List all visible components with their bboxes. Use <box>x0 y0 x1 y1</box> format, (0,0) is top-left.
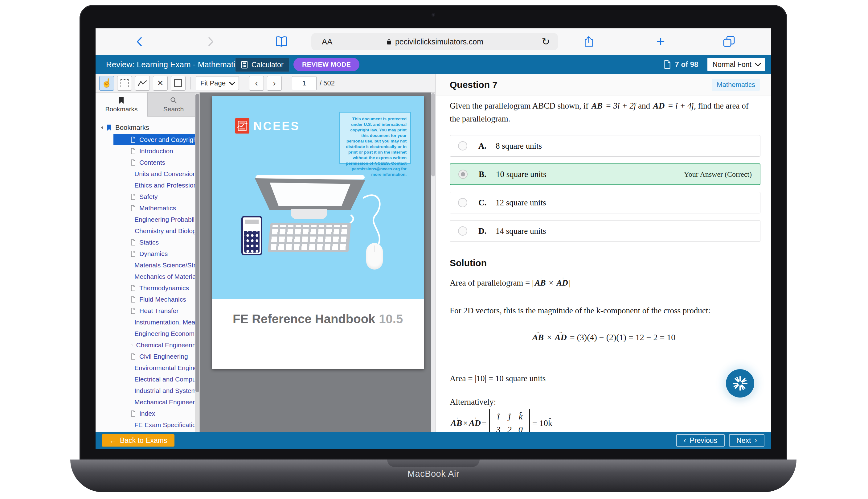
bookmark-item[interactable]: Statics <box>113 236 199 248</box>
bookmark-item[interactable]: Safety <box>113 191 199 202</box>
new-tab-button[interactable]: + <box>653 34 668 49</box>
x-icon: ✕ <box>157 79 164 87</box>
file-icon <box>131 148 136 154</box>
pdf-viewer[interactable]: NCEES This document is protected under U… <box>200 93 435 432</box>
bookmark-item[interactable]: Ethics and Professional Prac <box>113 180 199 191</box>
bookmark-label: Dynamics <box>139 250 168 257</box>
font-size-select[interactable]: Normal Font <box>707 58 765 71</box>
browser-back-button[interactable] <box>132 34 147 49</box>
option-radio[interactable] <box>458 141 467 150</box>
bookmark-item[interactable]: FE Exam Specifications <box>113 419 199 430</box>
url-text: pecivilclicksimulators.com <box>395 37 483 46</box>
zoom-fit-select[interactable]: Fit Page <box>196 76 239 90</box>
determinant-equation: AB × AD = îĵk̂ 320 = 10k̂ <box>450 409 553 432</box>
address-bar[interactable]: AA pecivilclicksimulators.com ↻ <box>311 33 558 50</box>
question-category-link[interactable]: Mathematics <box>712 78 760 91</box>
keyboard-illustration <box>268 223 351 252</box>
file-icon <box>131 194 136 200</box>
file-icon <box>131 285 136 291</box>
polyline-tool-button[interactable] <box>135 76 150 91</box>
bookmark-item[interactable]: Thermodynamics <box>113 282 199 294</box>
answer-options: A. 8 square units B. 10 square units You… <box>450 135 760 248</box>
bookmark-item[interactable]: Contents <box>113 157 199 168</box>
tab-bookmarks-label: Bookmarks <box>105 106 137 113</box>
refresh-icon[interactable]: ↻ <box>542 37 550 47</box>
delete-annotation-button[interactable]: ✕ <box>153 76 168 91</box>
bookmark-item[interactable]: Fluid Mechanics <box>113 294 199 305</box>
option-letter: A. <box>479 141 496 151</box>
rectangle-tool-button[interactable] <box>171 76 186 91</box>
bookmark-label: Environmental Engineering <box>134 364 199 372</box>
bookmark-item[interactable]: Engineering Probability and <box>113 214 199 225</box>
answer-option[interactable]: D. 14 square units <box>450 220 760 242</box>
share-button[interactable] <box>581 34 596 49</box>
browser-forward-button[interactable] <box>203 34 218 49</box>
bookmark-item[interactable]: Industrial and Systems Engi <box>113 385 199 396</box>
bookmark-item[interactable]: Materials Science/Structure <box>113 259 199 271</box>
bookmarks-book-button[interactable] <box>274 34 289 49</box>
scrollbar-thumb[interactable] <box>431 93 435 177</box>
back-to-exams-button[interactable]: ← Back to Exams <box>102 434 174 447</box>
previous-question-button[interactable]: ‹ Previous <box>676 434 725 447</box>
tab-search[interactable]: Search <box>147 93 199 117</box>
bookmark-item[interactable]: Mathematics <box>113 202 199 214</box>
bookmark-label: Engineering Probability and <box>134 216 199 223</box>
hand-tool-button[interactable]: ☝ <box>99 76 114 91</box>
bookmark-list: Cover and Copyright Introduction Content… <box>96 134 199 430</box>
bookmark-item[interactable]: Engineering Economics <box>113 328 199 339</box>
bookmark-item[interactable]: Instrumentation, Measureme <box>113 316 199 328</box>
bookmark-root[interactable]: Bookmarks <box>96 122 199 134</box>
ncees-logo <box>235 118 249 134</box>
option-radio[interactable] <box>458 198 467 207</box>
answer-option[interactable]: A. 8 square units <box>450 135 760 157</box>
bookmark-item[interactable]: Electrical and Computer Eng <box>113 374 199 385</box>
tab-overview-button[interactable] <box>721 34 737 49</box>
pdf-scrollbar[interactable] <box>431 93 435 432</box>
chevron-down-icon <box>755 60 761 66</box>
bookmark-label: Mechanical Engineering <box>134 399 199 406</box>
chevron-right-icon <box>205 35 216 48</box>
next-question-button[interactable]: Next › <box>729 434 765 447</box>
collapse-caret-icon[interactable] <box>99 126 103 129</box>
question-number: Question 7 <box>450 74 497 96</box>
previous-page-button[interactable]: ‹ <box>249 76 264 91</box>
bookmarks-scrollbar[interactable] <box>195 93 199 432</box>
device-label: MacBook Air <box>70 469 796 479</box>
answer-option[interactable]: C. 12 square units <box>450 192 760 214</box>
bookmark-item[interactable]: Units and Conversion Factor <box>113 168 199 180</box>
bookmark-item[interactable]: Civil Engineering <box>113 351 199 362</box>
question-panel: Question 7 Mathematics Given the paralle… <box>435 74 771 432</box>
document-icon <box>664 60 671 69</box>
bookmark-item[interactable]: Environmental Engineering <box>113 362 199 374</box>
bookmark-label: FE Exam Specifications <box>134 421 199 429</box>
next-page-button[interactable]: › <box>267 76 282 91</box>
scrollbar-thumb[interactable] <box>196 94 199 392</box>
vector-ad: AD <box>653 99 665 112</box>
bookmark-item[interactable]: Index <box>113 408 199 419</box>
question-progress: 7 of 98 <box>664 60 698 69</box>
bookmark-item[interactable]: Chemical Engineering <box>113 339 199 351</box>
bookmark-item[interactable]: Mechanical Engineering <box>113 396 199 408</box>
bookmark-item[interactable]: Cover and Copyright <box>113 134 199 145</box>
bookmark-item[interactable]: Chemistry and Biology <box>113 225 199 236</box>
option-radio[interactable] <box>458 170 468 179</box>
bookmark-item[interactable]: Heat Transfer <box>113 305 199 316</box>
calculator-button[interactable]: Calculator <box>235 58 289 72</box>
bookmark-item[interactable]: Dynamics <box>113 248 199 259</box>
text-size-control[interactable]: AA <box>322 37 333 47</box>
hand-pointer-icon: ☝ <box>101 79 112 87</box>
tab-bookmarks[interactable]: Bookmarks <box>96 93 147 117</box>
page-number-input[interactable] <box>292 76 317 90</box>
option-radio[interactable] <box>458 227 467 236</box>
bookmark-item[interactable]: Introduction <box>113 145 199 157</box>
file-icon <box>131 159 136 166</box>
marquee-select-button[interactable] <box>117 76 132 91</box>
answer-option[interactable]: B. 10 square units Your Answer (Correct) <box>450 163 760 185</box>
rectangle-icon <box>174 79 182 87</box>
file-icon <box>131 205 136 211</box>
starburst-icon <box>732 375 748 391</box>
file-icon <box>131 308 136 314</box>
assistant-fab-button[interactable] <box>726 369 754 398</box>
bookmark-item[interactable]: Mechanics of Materials <box>113 271 199 282</box>
file-icon <box>131 342 133 348</box>
